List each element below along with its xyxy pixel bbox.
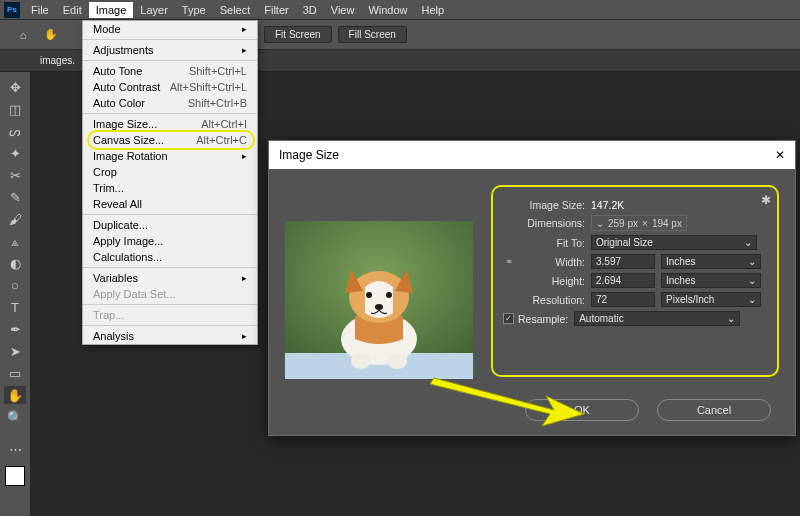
svg-point-7 [386,292,392,298]
menu-item-mode[interactable]: Mode▸ [83,21,257,37]
blur-tool-icon[interactable]: ○ [4,276,26,294]
fit-to-label: Fit To: [503,237,591,249]
home-icon[interactable]: ⌂ [12,24,34,46]
type-tool-icon[interactable]: T [4,298,26,316]
fit-to-select[interactable]: Original Size⌄ [591,235,757,250]
chevron-down-icon: ⌄ [748,294,756,305]
menu-separator [83,304,257,305]
menu-item-image-size[interactable]: Image Size...Alt+Ctrl+I [83,116,257,132]
menu-type[interactable]: Type [175,4,213,16]
resolution-unit-select[interactable]: Pixels/Inch⌄ [661,292,761,307]
menu-item-trim[interactable]: Trim... [83,180,257,196]
menu-item-reveal-all[interactable]: Reveal All [83,196,257,212]
menu-item-image-rotation[interactable]: Image Rotation▸ [83,148,257,164]
menu-edit[interactable]: Edit [56,4,89,16]
link-icon[interactable]: ⚭ [503,256,515,267]
pen-tool-icon[interactable]: ✒ [4,320,26,338]
resample-checkbox[interactable]: ✓ [503,313,514,324]
fit-screen-button[interactable]: Fit Screen [264,26,332,43]
height-unit-select[interactable]: Inches⌄ [661,273,761,288]
image-size-dialog: Image Size ✕ [268,140,796,436]
svg-point-4 [387,353,407,369]
chevron-down-icon: ⌄ [596,218,604,229]
menu-view[interactable]: View [324,4,362,16]
submenu-arrow-icon: ▸ [242,331,247,341]
height-label: Height: [517,275,591,287]
menu-item-auto-color[interactable]: Auto ColorShift+Ctrl+B [83,95,257,111]
width-input[interactable]: 3.597 [591,254,655,269]
shape-tool-icon[interactable]: ▭ [4,364,26,382]
width-label: Width: [517,256,591,268]
menu-3d[interactable]: 3D [296,4,324,16]
submenu-arrow-icon: ▸ [242,45,247,55]
menu-select[interactable]: Select [213,4,258,16]
app-logo: Ps [4,2,20,18]
move-tool-icon[interactable]: ✥ [4,78,26,96]
menu-item-crop[interactable]: Crop [83,164,257,180]
cancel-button[interactable]: Cancel [657,399,771,421]
dimensions-label: Dimensions: [503,217,591,229]
dim-height: 194 px [652,218,682,229]
menu-file[interactable]: File [24,4,56,16]
submenu-arrow-icon: ▸ [242,151,247,161]
menu-item-variables[interactable]: Variables▸ [83,270,257,286]
svg-point-8 [375,304,383,310]
resample-select[interactable]: Automatic⌄ [574,311,740,326]
menu-separator [83,39,257,40]
menu-item-analysis[interactable]: Analysis▸ [83,328,257,344]
gradient-tool-icon[interactable]: ◐ [4,254,26,272]
fill-screen-button[interactable]: Fill Screen [338,26,407,43]
menu-item-canvas-size[interactable]: Canvas Size...Alt+Ctrl+C [83,132,257,148]
menu-item-trap[interactable]: Trap... [83,307,257,323]
dialog-title: Image Size [279,148,339,162]
height-input[interactable]: 2.694 [591,273,655,288]
menubar: Ps File Edit Image Layer Type Select Fil… [0,0,800,20]
chevron-down-icon: ⌄ [748,275,756,286]
lasso-tool-icon[interactable]: ᔕ [4,122,26,140]
menu-help[interactable]: Help [415,4,452,16]
menu-item-auto-contrast[interactable]: Auto ContrastAlt+Shift+Ctrl+L [83,79,257,95]
resample-label: Resample: [518,313,568,325]
menu-filter[interactable]: Filter [257,4,295,16]
menu-separator [83,214,257,215]
dialog-titlebar[interactable]: Image Size ✕ [269,141,795,169]
hand-nav-tool-icon[interactable]: ✋ [4,386,26,404]
menu-item-calculations[interactable]: Calculations... [83,249,257,265]
document-tab[interactable]: images. [40,55,75,66]
menu-item-apply-data-set[interactable]: Apply Data Set... [83,286,257,302]
path-tool-icon[interactable]: ➤ [4,342,26,360]
resolution-label: Resolution: [503,294,591,306]
resolution-input[interactable]: 72 [591,292,655,307]
menu-item-auto-tone[interactable]: Auto ToneShift+Ctrl+L [83,63,257,79]
menu-item-adjustments[interactable]: Adjustments▸ [83,42,257,58]
menu-item-apply-image[interactable]: Apply Image... [83,233,257,249]
submenu-arrow-icon: ▸ [242,24,247,34]
wand-tool-icon[interactable]: ✦ [4,144,26,162]
submenu-arrow-icon: ▸ [242,273,247,283]
width-unit-select[interactable]: Inches⌄ [661,254,761,269]
svg-point-3 [351,353,371,369]
ok-button[interactable]: OK [525,399,639,421]
chevron-down-icon: ⌄ [744,237,752,248]
gear-icon[interactable]: ✱ [761,193,771,207]
edit-toolbar-icon[interactable]: ⋯ [4,440,26,458]
image-preview [285,221,473,379]
menu-image[interactable]: Image [89,2,134,18]
menu-separator [83,267,257,268]
zoom-tool-icon[interactable]: 🔍 [4,408,26,426]
color-swatch[interactable] [5,466,25,486]
crop-tool-icon[interactable]: ✂ [4,166,26,184]
times-icon: × [642,218,648,229]
eyedropper-tool-icon[interactable]: ✎ [4,188,26,206]
dimensions-box[interactable]: ⌄ 259 px × 194 px [591,215,687,231]
hand-tool-icon[interactable]: ✋ [40,24,62,46]
menu-item-duplicate[interactable]: Duplicate... [83,217,257,233]
stamp-tool-icon[interactable]: ⟁ [4,232,26,250]
settings-panel: ✱ Image Size: 147.2K Dimensions: ⌄ 259 p… [491,185,779,377]
marquee-tool-icon[interactable]: ◫ [4,100,26,118]
chevron-down-icon: ⌄ [727,313,735,324]
brush-tool-icon[interactable]: 🖌 [4,210,26,228]
close-icon[interactable]: ✕ [775,148,785,162]
menu-layer[interactable]: Layer [133,4,175,16]
menu-window[interactable]: Window [361,4,414,16]
